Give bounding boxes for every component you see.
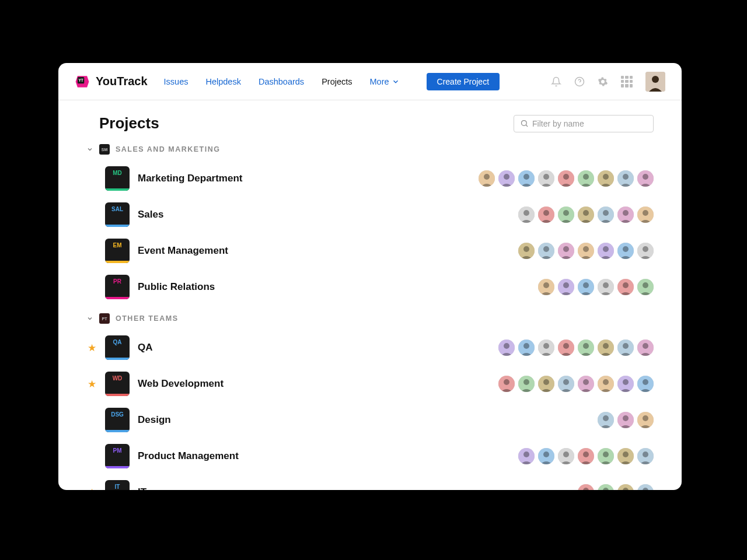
logo[interactable]: YT YouTrack [75, 74, 148, 89]
project-icon[interactable]: EM [105, 239, 130, 263]
member-avatar[interactable] [598, 484, 614, 490]
member-avatar[interactable] [538, 376, 554, 392]
project-name[interactable]: Sales [138, 209, 510, 220]
member-avatar[interactable] [617, 484, 634, 490]
project-name[interactable]: Product Management [138, 450, 510, 462]
member-avatar[interactable] [598, 243, 614, 259]
member-avatar[interactable] [538, 279, 554, 295]
member-avatar[interactable] [558, 206, 574, 223]
member-avatar[interactable] [637, 484, 654, 490]
member-avatar[interactable] [617, 279, 634, 295]
member-avatar[interactable] [637, 412, 654, 428]
member-avatar[interactable] [637, 448, 654, 464]
member-avatar[interactable] [578, 279, 594, 295]
settings-icon[interactable] [598, 76, 608, 87]
member-avatar[interactable] [617, 243, 634, 259]
member-avatar[interactable] [538, 206, 554, 223]
member-avatar[interactable] [518, 340, 535, 356]
star-column[interactable]: ★ [86, 487, 97, 491]
member-avatar[interactable] [598, 170, 614, 187]
member-avatar[interactable] [578, 484, 594, 490]
nav-issues[interactable]: Issues [164, 77, 189, 86]
project-icon[interactable]: SAL [105, 202, 130, 227]
member-avatar[interactable] [598, 279, 614, 295]
project-name[interactable]: IT [138, 487, 570, 490]
nav-projects[interactable]: Projects [322, 77, 352, 86]
member-avatar[interactable] [637, 206, 654, 223]
member-avatar[interactable] [637, 376, 654, 392]
help-icon[interactable] [574, 76, 585, 87]
member-avatar[interactable] [617, 376, 634, 392]
filter-input[interactable] [532, 119, 647, 128]
project-icon[interactable]: IT [105, 480, 130, 490]
notifications-icon[interactable] [551, 76, 561, 87]
star-column[interactable]: ★ [86, 378, 97, 390]
member-avatar[interactable] [538, 340, 554, 356]
member-avatar[interactable] [558, 448, 574, 464]
member-avatar[interactable] [538, 448, 554, 464]
member-avatar[interactable] [479, 170, 495, 187]
project-name[interactable]: QA [138, 342, 490, 354]
member-avatar[interactable] [578, 206, 594, 223]
project-name[interactable]: Public Relations [138, 281, 530, 293]
nav-more[interactable]: More [370, 77, 400, 86]
member-avatar[interactable] [558, 170, 574, 187]
star-icon[interactable]: ★ [88, 378, 96, 390]
member-avatar[interactable] [578, 340, 594, 356]
star-icon[interactable]: ★ [88, 487, 96, 491]
star-column[interactable]: ★ [86, 342, 97, 354]
project-name[interactable]: Design [138, 414, 589, 426]
member-avatar[interactable] [617, 448, 634, 464]
member-avatar[interactable] [617, 412, 634, 428]
member-avatar[interactable] [498, 376, 515, 392]
project-icon[interactable]: MD [105, 166, 130, 191]
member-avatar[interactable] [558, 340, 574, 356]
project-name[interactable]: Web Development [138, 378, 490, 390]
member-avatar[interactable] [637, 170, 654, 187]
member-avatar[interactable] [578, 170, 594, 187]
member-avatar[interactable] [538, 170, 554, 187]
user-avatar[interactable] [645, 72, 665, 92]
project-name[interactable]: Marketing Department [138, 173, 470, 184]
member-avatar[interactable] [558, 279, 574, 295]
member-avatar[interactable] [578, 376, 594, 392]
member-avatar[interactable] [598, 412, 614, 428]
member-avatar[interactable] [617, 340, 634, 356]
project-icon[interactable]: DSG [105, 408, 130, 432]
project-icon[interactable]: WD [105, 372, 130, 396]
member-avatar[interactable] [558, 376, 574, 392]
member-avatar[interactable] [598, 340, 614, 356]
member-avatar[interactable] [538, 243, 554, 259]
member-avatar[interactable] [518, 206, 535, 223]
project-icon[interactable]: PM [105, 444, 130, 468]
member-avatar[interactable] [598, 376, 614, 392]
group-header[interactable]: PTOTHER TEAMS [86, 313, 654, 324]
project-name[interactable]: Event Management [138, 245, 510, 257]
member-avatar[interactable] [598, 206, 614, 223]
member-avatar[interactable] [637, 243, 654, 259]
nav-helpdesk[interactable]: Helpdesk [205, 77, 240, 86]
member-avatar[interactable] [598, 448, 614, 464]
member-avatar[interactable] [637, 340, 654, 356]
member-avatar[interactable] [498, 170, 515, 187]
apps-grid-icon[interactable] [621, 76, 633, 88]
member-avatar[interactable] [578, 243, 594, 259]
filter-box[interactable] [514, 115, 654, 132]
member-avatar[interactable] [637, 279, 654, 295]
member-avatar[interactable] [518, 448, 535, 464]
member-avatar[interactable] [498, 340, 515, 356]
project-icon[interactable]: PR [105, 275, 130, 299]
star-icon[interactable]: ★ [88, 342, 96, 354]
member-avatar[interactable] [578, 448, 594, 464]
project-icon[interactable]: QA [105, 335, 130, 360]
member-avatar[interactable] [617, 206, 634, 223]
create-project-button[interactable]: Create Project [427, 73, 500, 90]
group-header[interactable]: SMSALES AND MARKETING [86, 144, 654, 155]
member-avatar[interactable] [518, 243, 535, 259]
member-avatar[interactable] [558, 243, 574, 259]
member-avatar[interactable] [617, 170, 634, 187]
member-avatar[interactable] [518, 170, 535, 187]
member-avatar[interactable] [518, 376, 535, 392]
svg-point-95 [623, 379, 629, 385]
nav-dashboards[interactable]: Dashboards [259, 77, 304, 86]
